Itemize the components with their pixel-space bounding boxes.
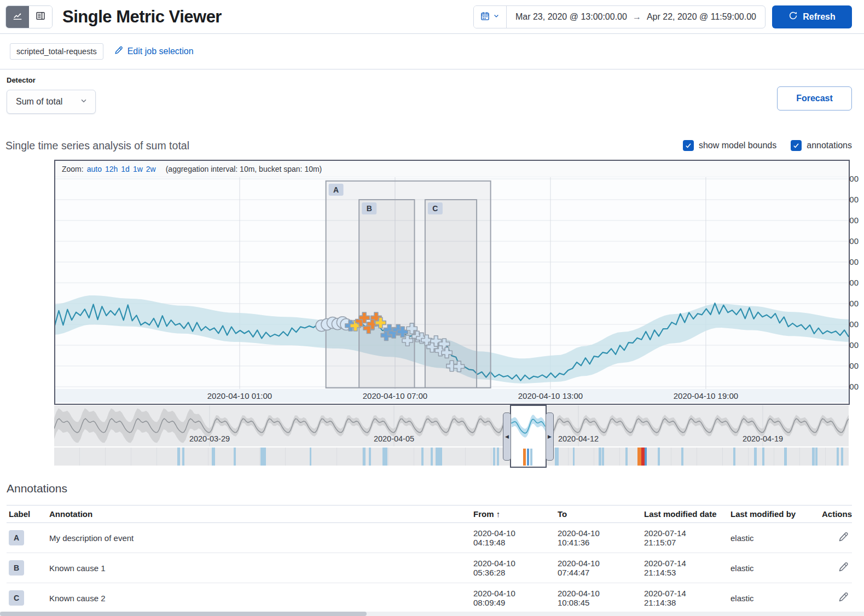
annotation-modified-date: 2020-07-1421:14:53 [644, 559, 726, 577]
table-header-from[interactable]: From ↑ [471, 505, 555, 523]
zoom-option-link[interactable]: auto [87, 165, 102, 173]
table-view-toggle[interactable] [29, 6, 52, 28]
x-axis-tick-label: 2020-04-10 13:00 [504, 391, 597, 400]
annotation-table-row: CKnown cause 22020-04-1008:09:492020-04-… [7, 583, 852, 613]
annotations-checkbox[interactable]: annotations [791, 140, 852, 151]
edit-annotation-button[interactable] [837, 591, 850, 605]
edit-annotation-button[interactable] [837, 531, 850, 545]
zoom-option-link[interactable]: 2w [146, 165, 156, 173]
swimlane-anomaly-bar [436, 448, 442, 466]
swimlane-anomaly-bar [493, 448, 495, 466]
pencil-icon [838, 536, 849, 544]
swimlane-anomaly-bar [733, 448, 735, 466]
table-header-to[interactable]: To [555, 505, 642, 523]
brush-right-handle[interactable]: ▶ [546, 412, 554, 461]
swimlane-anomaly-bar [177, 448, 180, 466]
annotation-modified-by: elastic [730, 563, 754, 573]
date-to[interactable]: Apr 22, 2020 @ 11:59:00.00 [647, 12, 756, 22]
table-header-last-modified-date[interactable]: Last modified date [642, 505, 728, 523]
zoom-option-link[interactable]: 12h [105, 165, 118, 173]
time-range-brush[interactable]: ◀ ▶ [510, 405, 547, 468]
context-chart[interactable]: 2020-03-292020-04-052020-04-122020-04-19 [54, 405, 849, 446]
edit-job-selection-link[interactable]: Edit job selection [114, 46, 194, 57]
refresh-icon [788, 11, 798, 22]
annotation-modified-by: elastic [730, 533, 754, 543]
zoom-option-link[interactable]: 1d [121, 165, 130, 173]
swimlane-anomaly-bar [212, 448, 215, 466]
context-date-label: 2020-03-29 [171, 434, 248, 443]
annotation-label-badge: C [9, 590, 24, 606]
anomaly-swimlane[interactable] [54, 448, 849, 466]
edit-annotation-button[interactable] [837, 561, 850, 575]
zoom-prefix: Zoom: [62, 165, 84, 173]
chart-view-toggle[interactable] [6, 6, 29, 28]
swimlane-anomaly-bar [599, 448, 601, 466]
single-metric-viewer-page: Single Metric Viewer Mar 23, 2020 @ 13:0… [0, 0, 864, 616]
quick-select-date-button[interactable] [474, 6, 507, 28]
annotation-table-row: AMy description of event2020-04-1004:19:… [7, 523, 852, 553]
chevron-down-icon [80, 97, 88, 107]
zoom-option-link[interactable]: 1w [133, 165, 143, 173]
chart-title: Single time series analysis of sum total [5, 140, 189, 152]
horizontal-scrollbar[interactable] [0, 612, 864, 616]
annotation-to: 2020-04-1010:41:36 [558, 528, 640, 547]
line-chart-icon [13, 11, 22, 22]
x-axis-tick-label: 2020-04-10 07:00 [349, 391, 442, 400]
swimlane-anomaly-bar [555, 448, 559, 466]
swimlane-anomaly-bar [182, 448, 184, 466]
annotations-section: Annotations LabelAnnotationFrom ↑ToLast … [0, 470, 864, 613]
swimlane-anomaly-bar [815, 448, 817, 466]
swimlane-anomaly-bar [530, 449, 532, 466]
table-header-last-modified-by[interactable]: Last modified by [728, 505, 820, 523]
annotation-description: Known cause 2 [49, 594, 106, 603]
context-date-label: 2020-04-05 [356, 434, 432, 443]
main-chart-box: Zoom:auto12h1d1w2w(aggregation interval:… [54, 160, 850, 405]
chart-options: show model bounds annotations [683, 140, 852, 151]
annotation-description: My description of event [49, 533, 134, 543]
annotation-zone-label: B [367, 204, 372, 213]
main-time-series-chart[interactable]: ABC [55, 177, 849, 389]
table-header-label: Label [7, 505, 47, 523]
view-toggle-group [5, 5, 53, 28]
detector-select[interactable]: Sum of total [7, 90, 96, 114]
annotations-checkbox-label: annotations [807, 141, 852, 150]
annotation-zone-label: C [432, 204, 438, 213]
annotation-modified-by: elastic [730, 594, 754, 603]
detector-block: Detector Sum of total Forecast [0, 69, 864, 131]
x-axis: 2020-04-10 01:002020-04-10 07:002020-04-… [55, 389, 849, 403]
swimlane-anomaly-bar [431, 448, 433, 466]
annotation-zone[interactable] [359, 200, 414, 388]
x-axis-tick-label: 2020-04-10 01:00 [193, 391, 286, 400]
annotation-zone[interactable] [425, 200, 477, 388]
edit-job-selection-label: Edit job selection [127, 47, 194, 56]
brush-left-handle[interactable]: ◀ [503, 412, 511, 461]
x-axis-tick-label: 2020-04-10 19:00 [659, 391, 752, 400]
sort-ascending-icon: ↑ [494, 509, 501, 519]
checkbox-checked-icon [683, 140, 694, 151]
annotation-from: 2020-04-1004:19:48 [473, 528, 553, 547]
swimlane-anomaly-bar [841, 448, 843, 466]
pencil-icon [838, 596, 849, 604]
swimlane-anomaly-bar [573, 448, 575, 466]
forecast-button[interactable]: Forecast [777, 86, 852, 111]
table-panel-icon [36, 11, 45, 22]
annotation-modified-date: 2020-07-1421:14:38 [644, 589, 726, 607]
scrollbar-thumb[interactable] [0, 612, 367, 616]
detector-selected-value: Sum of total [16, 97, 62, 107]
swimlane-anomaly-bar [762, 448, 764, 466]
pencil-icon [838, 566, 849, 574]
pencil-icon [114, 46, 123, 57]
date-from[interactable]: Mar 23, 2020 @ 13:00:00.00 [515, 12, 627, 22]
annotation-description: Known cause 1 [49, 563, 106, 573]
swimlane-anomaly-bar [812, 448, 815, 466]
job-badge: scripted_total-requests [10, 43, 103, 60]
checkbox-checked-icon [791, 140, 802, 151]
swimlane-anomaly-bar [681, 448, 683, 466]
annotation-from: 2020-04-1005:36:28 [473, 559, 553, 577]
show-model-bounds-checkbox[interactable]: show model bounds [683, 140, 776, 151]
swimlane-anomaly-bar [310, 448, 311, 466]
refresh-button[interactable]: Refresh [772, 5, 852, 28]
date-range: Mar 23, 2020 @ 13:00:00.00 → Apr 22, 202… [507, 12, 765, 22]
swimlane-anomaly-bar [645, 448, 647, 466]
annotation-from: 2020-04-1008:09:49 [473, 589, 553, 607]
